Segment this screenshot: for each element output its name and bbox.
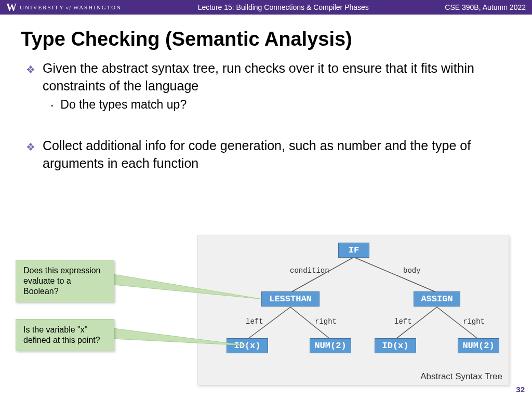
diagram-caption: Abstract Syntax Tree (420, 371, 502, 382)
callout-boolean: Does this expression evaluate to a Boole… (16, 260, 114, 302)
uw-text-2: WASHINGTON (73, 4, 122, 10)
uw-of: of (66, 5, 72, 10)
node-num-1: NUM(2) (310, 338, 351, 353)
edge-condition: condition (290, 267, 329, 275)
header-bar: W UNIVERSITY of WASHINGTON Lecture 15: B… (0, 0, 532, 15)
edge-left-1: left (246, 317, 263, 326)
tree-edges (198, 235, 510, 386)
bullet-1a-text: Do the types match up? (60, 97, 187, 113)
node-num-2: NUM(2) (458, 338, 499, 353)
course-info: CSE 390B, Autumn 2022 (445, 3, 526, 11)
edge-right-2: right (463, 317, 485, 326)
content-area: ❖ Given the abstract syntax tree, run ch… (0, 55, 532, 172)
svg-line-1 (354, 257, 437, 292)
diamond-bullet-icon: ❖ (26, 140, 35, 172)
lecture-title: Lecture 15: Building Connections & Compi… (122, 3, 445, 11)
slide-title: Type Checking (Semantic Analysis) (0, 15, 532, 55)
node-idx-2: ID(x) (375, 338, 416, 353)
edge-left-2: left (394, 317, 412, 326)
ast-diagram: IF LESSTHAN ASSIGN ID(x) NUM(2) ID(x) NU… (197, 235, 509, 385)
uw-logo-icon: W (6, 2, 17, 14)
edge-body: body (403, 267, 421, 275)
bullet-2-text: Collect additional info for code generat… (43, 137, 506, 172)
bullet-1-text: Given the abstract syntax tree, run chec… (43, 60, 506, 95)
svg-line-0 (290, 257, 354, 292)
edge-right-1: right (315, 317, 337, 326)
node-if: IF (338, 243, 369, 258)
node-assign: ASSIGN (414, 291, 460, 307)
uw-text-1: UNIVERSITY (20, 4, 64, 10)
node-lessthan: LESSTHAN (261, 291, 320, 307)
square-bullet-icon: ▪ (51, 102, 53, 113)
bullet-1: ❖ Given the abstract syntax tree, run ch… (26, 60, 506, 95)
callout-variable: Is the variable "x" defined at this poin… (16, 319, 114, 351)
bullet-1a: ▪ Do the types match up? (51, 97, 506, 113)
diamond-bullet-icon: ❖ (26, 63, 35, 95)
bullet-2: ❖ Collect additional info for code gener… (26, 137, 506, 172)
page-number: 32 (516, 385, 525, 394)
node-idx-1: ID(x) (227, 338, 268, 353)
